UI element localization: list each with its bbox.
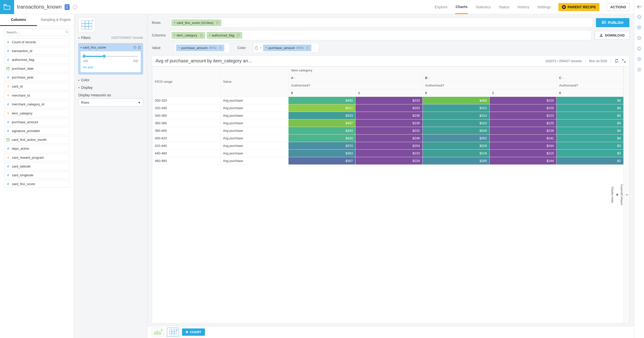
collapse-icon: ▾ (78, 36, 80, 39)
svg-rect-31 (158, 330, 158, 335)
hash-type-icon: # (6, 120, 10, 124)
list-icon[interactable] (637, 36, 641, 40)
svg-rect-29 (156, 330, 157, 335)
column-item[interactable]: Acard_reward_program (4, 154, 70, 161)
expand-icon: ▸ (78, 79, 80, 81)
hash-type-icon: # (6, 164, 10, 168)
columns-dropzone[interactable]: ▾item_category ▾authorized_flag (170, 30, 592, 40)
chart-thumb-1[interactable]: 🗑 (152, 328, 164, 337)
search-input[interactable] (4, 29, 70, 36)
nav-circle-icon[interactable] (73, 5, 78, 10)
filter-title[interactable]: ▾ card_fico_score (81, 46, 141, 49)
lab-icon[interactable] (637, 57, 641, 61)
dataset-icon (0, 0, 14, 14)
nav-history[interactable]: History (517, 0, 530, 14)
color-dropzone[interactable]: ▾ ▾purchase_amount (AVG) (253, 43, 319, 53)
date-type-icon (6, 67, 10, 70)
trash-icon[interactable] (200, 34, 203, 37)
svg-rect-27 (155, 331, 155, 335)
column-name: purchase_date (12, 67, 33, 70)
value-dropzone[interactable]: ▾purchase_amount (AVG) (174, 43, 230, 53)
chart-type-selector[interactable]: ▾ (78, 18, 95, 32)
column-search (4, 29, 70, 36)
column-name: purchase_amount (12, 120, 38, 124)
hash-type-icon: # (6, 102, 10, 106)
col-pill-1[interactable]: ▾item_category (171, 32, 205, 39)
nav-explore[interactable]: Explore (434, 0, 448, 14)
column-item[interactable]: Aitem_category (4, 109, 70, 117)
filters-header[interactable]: ▾ Filters 101072/254027 records (78, 36, 143, 40)
topbar: transactions_known GDPR Explore Charts S… (0, 0, 634, 14)
plus-icon: ✚ (186, 330, 188, 334)
column-item[interactable]: #card_fico_score (4, 180, 70, 188)
filter-power-icon[interactable] (133, 46, 136, 49)
column-item[interactable]: #purchase_year (4, 74, 70, 81)
column-name: card_first_active_month (12, 138, 47, 142)
arrow-left-icon[interactable] (637, 5, 641, 9)
display-measures-select[interactable]: Rows ▾ (78, 99, 143, 106)
plus-icon[interactable]: ✚ (616, 193, 618, 196)
download-button[interactable]: DOWNLOAD (595, 31, 629, 40)
add-chart-button[interactable]: ✚ CHART (182, 328, 205, 336)
column-item[interactable]: #transaction_id (4, 47, 70, 55)
svg-rect-30 (157, 331, 157, 335)
actions-button[interactable]: ACTIONS (606, 3, 630, 11)
refresh-icon[interactable] (615, 59, 619, 63)
color-pill[interactable]: ▾purchase_amount (AVG) (263, 45, 311, 51)
expand-collapse-handle[interactable]: ⇕ (625, 194, 629, 196)
run-on-label[interactable]: Run on DSS (589, 59, 607, 63)
col-pill-2[interactable]: ▾authorized_flag (207, 32, 242, 39)
column-item[interactable]: #Count of records (4, 38, 70, 46)
range-slider[interactable] (84, 56, 138, 57)
trash-icon[interactable]: 🗑 (161, 328, 163, 331)
column-name: item_category (12, 111, 32, 115)
tab-columns[interactable]: Columns (0, 14, 37, 26)
display-section-header[interactable]: ▾ Display (78, 86, 143, 90)
trash-icon[interactable] (219, 46, 222, 49)
chart-thumb-2[interactable]: 🗑 (167, 328, 179, 337)
column-item[interactable]: Acard_id (4, 82, 70, 90)
nav-status[interactable]: Status (498, 0, 510, 14)
svg-point-53 (637, 57, 641, 61)
column-item[interactable]: #authorized_flag (4, 56, 70, 63)
svg-rect-34 (160, 332, 160, 335)
publish-button[interactable]: PUBLISH (596, 18, 629, 27)
hash-type-icon: # (6, 75, 10, 79)
trash-icon[interactable]: 🗑 (176, 328, 178, 331)
column-item[interactable]: purchase_date (4, 65, 70, 72)
column-item[interactable]: #days_active (4, 145, 70, 152)
column-item[interactable]: #purchase_amount (4, 118, 70, 126)
as-text-link[interactable]: As text (83, 65, 138, 69)
trash-icon[interactable] (306, 46, 309, 49)
column-item[interactable]: card_first_active_month (4, 136, 70, 143)
column-item[interactable]: #signature_provided (4, 127, 70, 135)
comment-icon[interactable] (637, 46, 641, 51)
column-name: card_latitude (12, 164, 30, 168)
filter-delete-icon[interactable] (138, 46, 141, 49)
svg-rect-28 (155, 332, 156, 335)
info-icon[interactable] (637, 25, 641, 30)
trash-icon[interactable] (216, 21, 219, 24)
tab-sampling[interactable]: Sampling & Engine (37, 14, 74, 26)
column-item[interactable]: #card_latitude (4, 163, 70, 170)
expand-icon[interactable] (622, 59, 626, 63)
trash-icon[interactable] (237, 34, 240, 37)
row-pill[interactable]: ▾card_fico_score (10 bins) (171, 19, 221, 26)
rows-dropzone[interactable]: ▾card_fico_score (10 bins) (170, 18, 593, 28)
color-section-header[interactable]: ▸ Color (78, 78, 143, 82)
value-pill[interactable]: ▾purchase_amount (AVG) (176, 45, 224, 51)
hash-type-icon: # (6, 58, 10, 62)
chevron-down-icon: ▾ (138, 101, 140, 104)
column-item[interactable]: #merchant_category_id (4, 101, 70, 108)
nav-settings[interactable]: Settings (537, 0, 551, 14)
column-item[interactable]: Amerchant_id (4, 92, 70, 99)
parent-recipe-button[interactable]: PARENT RECIPE (558, 3, 599, 11)
nav-statistics[interactable]: Statistics (475, 0, 491, 14)
pivot-scroll[interactable]: FICO rangeValueItem categoryA‹B‹C‹Author… (152, 66, 624, 323)
clock-icon[interactable] (637, 67, 641, 72)
column-item[interactable]: #card_longitude (4, 172, 70, 179)
add-circle-icon[interactable] (637, 15, 641, 19)
svg-rect-46 (639, 27, 639, 28)
column-name: authorized_flag (12, 58, 34, 62)
nav-charts[interactable]: Charts (455, 0, 468, 14)
